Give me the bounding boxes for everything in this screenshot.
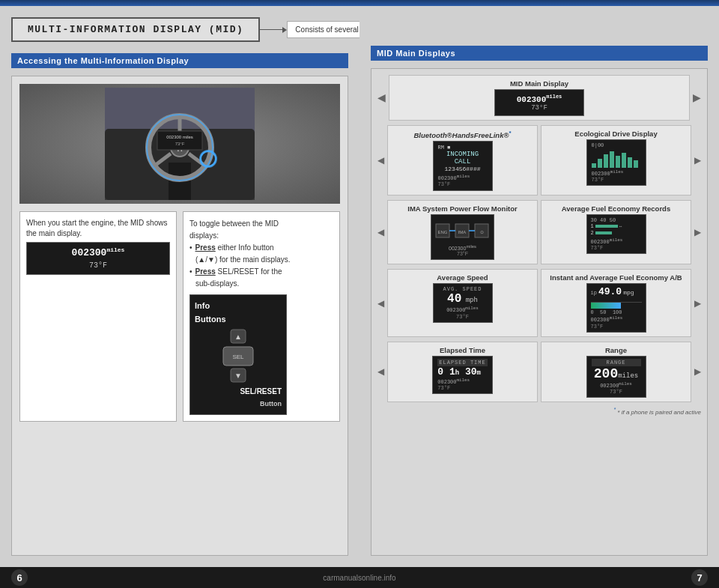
info-buttons-box: InfoButtons ▲ ▼ bbox=[189, 294, 287, 415]
row-4: ◀ Elapsed Time ELAPSED TIME 0 1h 30m 002… bbox=[377, 342, 701, 402]
avg-fuel-screen: 30 40 50 1 ↔ 2 00230 bbox=[586, 214, 646, 254]
top-decorative-bar bbox=[0, 0, 719, 6]
ima-screen: ENG IMA ⊙ 002300miles 73°F bbox=[431, 214, 494, 260]
arrow-left-r4: ◀ bbox=[377, 342, 384, 402]
header-row: MULTI-INFORMATION DISPLAY (MID) Consists… bbox=[11, 17, 348, 42]
elapsed-title: Elapsed Time bbox=[440, 346, 485, 354]
instant-fuel-screen: ip 49.0 mpg 0 50 100 002300miles 73°F bbox=[586, 283, 646, 332]
footnote: * * if a phone is paired and active bbox=[377, 407, 701, 416]
arrow-right-main: ▶ bbox=[693, 91, 701, 103]
svg-text:73°F: 73°F bbox=[175, 142, 185, 146]
instant-fuel-cell: Instant and Average Fuel Economy A/B ip … bbox=[541, 269, 691, 336]
row-1: ◀ Bluetooth®HandsFreeLink®* RM ■ INCOMIN… bbox=[377, 125, 701, 196]
range-screen: RANGE 200miles 002300miles 73°F bbox=[586, 356, 646, 398]
svg-rect-11 bbox=[157, 131, 202, 150]
bullet-2-sub: sub-displays. bbox=[195, 278, 333, 290]
arrow-right-r1: ▶ bbox=[694, 125, 701, 196]
bluetooth-cell: Bluetooth®HandsFreeLink®* RM ■ INCOMINGC… bbox=[387, 125, 538, 196]
row-2: ◀ IMA System Power Flow Monitor ENG IMA bbox=[377, 200, 701, 264]
mid-odo-left: 002300miles bbox=[31, 246, 165, 261]
info-box-left: When you start the engine, the MID shows… bbox=[19, 211, 177, 422]
arrow-left-r1: ◀ bbox=[377, 125, 384, 196]
connector-line bbox=[260, 29, 282, 30]
avg-fuel-title: Average Fuel Economy Records bbox=[562, 204, 670, 213]
arrow-right-r4: ▶ bbox=[694, 342, 701, 402]
watermark: carmanualsonline.info bbox=[323, 574, 395, 582]
elapsed-screen: ELAPSED TIME 0 1h 30m 002300miles 73°F bbox=[432, 356, 492, 394]
info-boxes-row: When you start the engine, the MID shows… bbox=[19, 211, 340, 422]
arrow-left-r2: ◀ bbox=[377, 200, 384, 264]
buttons-diagram-area: InfoButtons ▲ ▼ bbox=[189, 294, 333, 415]
bullet-2: • Press SEL/RESET for the bbox=[189, 266, 333, 278]
bluetooth-title: Bluetooth®HandsFreeLink®* bbox=[413, 130, 511, 139]
avg-speed-screen: AVG. SPEED 40 mph 002300miles 73°F bbox=[433, 283, 493, 322]
arrow-right-r2: ▶ bbox=[694, 200, 701, 264]
arrow-right-r3: ▶ bbox=[694, 269, 701, 336]
page-left: MULTI-INFORMATION DISPLAY (MID) Consists… bbox=[0, 6, 360, 567]
page-title: MULTI-INFORMATION DISPLAY (MID) bbox=[11, 17, 260, 42]
right-section-header: MID Main Displays bbox=[371, 46, 708, 61]
ecological-cell: Ecological Drive Display 0|00 bbox=[541, 125, 691, 196]
info-btn-label: InfoButtons bbox=[195, 300, 226, 326]
left-section-header: Accessing the Multi-Information Display bbox=[11, 53, 348, 68]
svg-text:ENG: ENG bbox=[437, 230, 447, 234]
mid-temp-left: 73°F bbox=[31, 261, 165, 271]
car-image: H 002300 miles 73°F bbox=[19, 84, 340, 204]
ima-svg: ENG IMA ⊙ bbox=[434, 218, 491, 244]
row-3: ◀ Average Speed AVG. SPEED 40 mph 002300… bbox=[377, 269, 701, 336]
bottom-bar: 6 carmanualsonline.info 7 bbox=[0, 567, 719, 588]
range-cell: Range RANGE 200miles 002300miles 73°F bbox=[541, 342, 691, 402]
svg-text:SEL: SEL bbox=[232, 354, 244, 360]
ima-title: IMA System Power Flow Monitor bbox=[407, 204, 517, 213]
car-interior-image: H 002300 miles 73°F bbox=[19, 84, 340, 204]
bullet-1: • Press either Info button bbox=[189, 242, 333, 254]
mid-outer-box: ◀ MID Main Display 002300miles 73°F ▶ ◀ … bbox=[371, 68, 708, 556]
bullet-1-sub: (▲/▼) for the main displays. bbox=[195, 254, 333, 266]
svg-text:002300 miles: 002300 miles bbox=[166, 135, 193, 139]
page-right: MID Main Displays ◀ MID Main Display 002… bbox=[360, 6, 719, 567]
svg-text:IMA: IMA bbox=[458, 230, 467, 234]
avg-fuel-cell: Average Fuel Economy Records 30 40 50 1 … bbox=[541, 200, 691, 264]
page-num-right: 7 bbox=[691, 569, 708, 586]
instant-fuel-title: Instant and Average Fuel Economy A/B bbox=[550, 273, 682, 282]
ecological-title: Ecological Drive Display bbox=[574, 130, 657, 138]
info-box-right: To toggle between the MID displays: • Pr… bbox=[183, 211, 340, 422]
toggle-text: To toggle between the MID displays: • Pr… bbox=[189, 218, 333, 290]
ima-cell: IMA System Power Flow Monitor ENG IMA bbox=[387, 200, 538, 264]
page-num-left: 6 bbox=[11, 569, 28, 586]
mid-main-screen: 002300miles 73°F bbox=[494, 89, 584, 116]
ecological-screen: 0|00 002300miles 73°F bbox=[586, 139, 646, 186]
svg-text:⊙: ⊙ bbox=[480, 230, 484, 234]
mid-display-small: 002300miles 73°F bbox=[26, 242, 170, 275]
mid-main-title: MID Main Display bbox=[510, 79, 568, 88]
mid-main-display-cell: MID Main Display 002300miles 73°F bbox=[389, 75, 690, 121]
svg-text:▲: ▲ bbox=[234, 333, 242, 341]
sel-reset-label: SEL/RESET Button bbox=[240, 386, 282, 410]
svg-text:▼: ▼ bbox=[234, 372, 242, 380]
main-content: MULTI-INFORMATION DISPLAY (MID) Consists… bbox=[0, 6, 719, 567]
bluetooth-screen: RM ■ INCOMINGCALL 123456#### 002300miles… bbox=[433, 141, 493, 191]
avg-speed-cell: Average Speed AVG. SPEED 40 mph 002300mi… bbox=[387, 269, 538, 336]
main-display-row: ◀ MID Main Display 002300miles 73°F ▶ bbox=[377, 75, 701, 121]
left-content: H 002300 miles 73°F bbox=[11, 76, 348, 556]
elapsed-cell: Elapsed Time ELAPSED TIME 0 1h 30m 00230… bbox=[387, 342, 538, 402]
arrow-left-main: ◀ bbox=[377, 91, 386, 103]
info-text-left: When you start the engine, the MID shows… bbox=[26, 218, 170, 239]
range-title: Range bbox=[605, 346, 627, 354]
arrow-left-r3: ◀ bbox=[377, 269, 384, 336]
avg-speed-title: Average Speed bbox=[437, 273, 488, 282]
steering-wheel-svg: H 002300 miles 73°F bbox=[105, 88, 255, 200]
buttons-svg: ▲ ▼ SEL bbox=[204, 326, 272, 386]
